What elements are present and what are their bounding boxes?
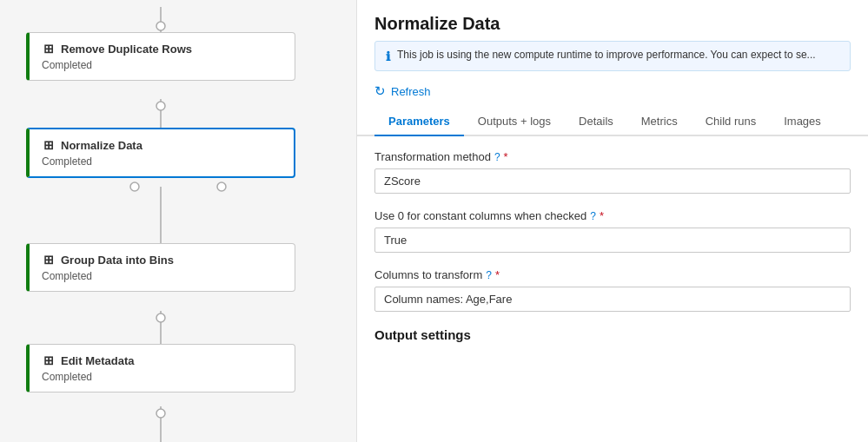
output-settings-title: Output settings — [374, 327, 851, 342]
transformation-method-help-icon[interactable]: ? — [494, 151, 500, 163]
field-group-use-zero-constant: Use 0 for constant columns when checked … — [374, 209, 851, 253]
refresh-label: Refresh — [391, 85, 431, 98]
refresh-button[interactable]: ↻ Refresh — [374, 80, 431, 108]
use-zero-constant-label: Use 0 for constant columns when checked — [374, 209, 586, 222]
transformation-method-input[interactable] — [374, 168, 851, 194]
columns-to-transform-input[interactable] — [374, 287, 851, 312]
svg-point-6 — [217, 182, 226, 191]
refresh-icon: ↻ — [374, 83, 386, 99]
tab-images[interactable]: Images — [770, 108, 835, 136]
transformation-method-label: Transformation method — [374, 150, 491, 163]
page-title: Normalize Data — [374, 14, 851, 34]
svg-point-10 — [156, 409, 165, 418]
transformation-method-required: * — [504, 150, 508, 163]
pipeline-panel: ⊞ Remove Duplicate Rows Completed ⊞ Norm… — [0, 0, 356, 442]
node-remove-duplicate-rows-icon: ⊞ — [42, 42, 56, 56]
svg-point-8 — [156, 313, 165, 322]
info-banner: ℹ This job is using the new compute runt… — [374, 41, 851, 71]
columns-to-transform-required: * — [495, 268, 500, 281]
use-zero-constant-required: * — [600, 209, 604, 222]
tab-parameters[interactable]: Parameters — [374, 108, 464, 136]
parameters-content: Transformation method ? * Use 0 for cons… — [357, 136, 868, 442]
tab-details[interactable]: Details — [565, 108, 627, 136]
right-panel: Normalize Data ℹ This job is using the n… — [356, 0, 868, 442]
tab-child-runs[interactable]: Child runs — [692, 108, 771, 136]
node-edit-metadata-status: Completed — [42, 371, 282, 383]
field-group-columns-to-transform: Columns to transform ? * — [374, 268, 851, 312]
tab-metrics[interactable]: Metrics — [627, 108, 692, 136]
node-normalize-data-icon: ⊞ — [42, 138, 56, 152]
right-header: Normalize Data ℹ This job is using the n… — [357, 0, 868, 108]
svg-point-3 — [156, 102, 165, 110]
node-remove-duplicate-rows-title: Remove Duplicate Rows — [61, 43, 192, 56]
node-edit-metadata-title: Edit Metadata — [61, 354, 135, 367]
columns-to-transform-label: Columns to transform — [374, 268, 482, 281]
node-normalize-data[interactable]: ⊞ Normalize Data Completed — [26, 128, 295, 178]
node-edit-metadata[interactable]: ⊞ Edit Metadata Completed — [26, 344, 295, 393]
node-normalize-data-title: Normalize Data — [61, 139, 142, 152]
node-group-data-icon: ⊞ — [42, 253, 56, 267]
node-group-data-status: Completed — [42, 270, 282, 282]
info-banner-text: This job is using the new compute runtim… — [397, 49, 816, 61]
svg-point-1 — [156, 22, 165, 30]
tab-outputs-logs[interactable]: Outputs + logs — [464, 108, 565, 136]
info-icon: ℹ — [386, 49, 390, 63]
node-remove-duplicate-rows[interactable]: ⊞ Remove Duplicate Rows Completed — [26, 32, 295, 81]
node-group-data-title: Group Data into Bins — [61, 254, 174, 267]
node-edit-metadata-icon: ⊞ — [42, 353, 56, 367]
svg-point-5 — [130, 182, 139, 191]
node-normalize-data-status: Completed — [42, 155, 282, 168]
field-group-transformation-method: Transformation method ? * — [374, 150, 851, 194]
tab-bar: Parameters Outputs + logs Details Metric… — [357, 108, 868, 136]
node-group-data-into-bins[interactable]: ⊞ Group Data into Bins Completed — [26, 243, 295, 292]
node-remove-duplicate-rows-status: Completed — [42, 59, 282, 71]
use-zero-constant-input[interactable] — [374, 228, 851, 253]
use-zero-constant-help-icon[interactable]: ? — [590, 210, 596, 222]
columns-to-transform-help-icon[interactable]: ? — [486, 269, 492, 281]
